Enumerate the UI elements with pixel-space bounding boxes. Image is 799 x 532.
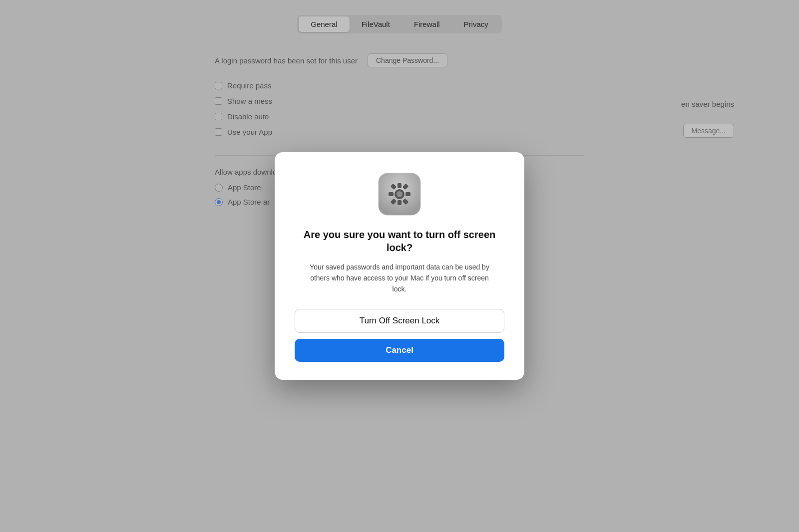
modal-dialog: Are you sure you want to turn off screen…: [275, 152, 524, 379]
system-preferences-icon: [378, 172, 421, 216]
cancel-button[interactable]: Cancel: [295, 339, 504, 362]
svg-rect-5: [405, 192, 410, 196]
svg-rect-6: [389, 192, 394, 196]
svg-point-2: [397, 191, 402, 197]
svg-rect-3: [398, 183, 401, 188]
modal-body: Your saved passwords and important data …: [305, 262, 494, 294]
modal-overlay: Are you sure you want to turn off screen…: [0, 0, 799, 532]
svg-rect-4: [398, 200, 401, 205]
modal-title: Are you sure you want to turn off screen…: [295, 228, 504, 254]
turn-off-screen-lock-button[interactable]: Turn Off Screen Lock: [295, 309, 504, 333]
